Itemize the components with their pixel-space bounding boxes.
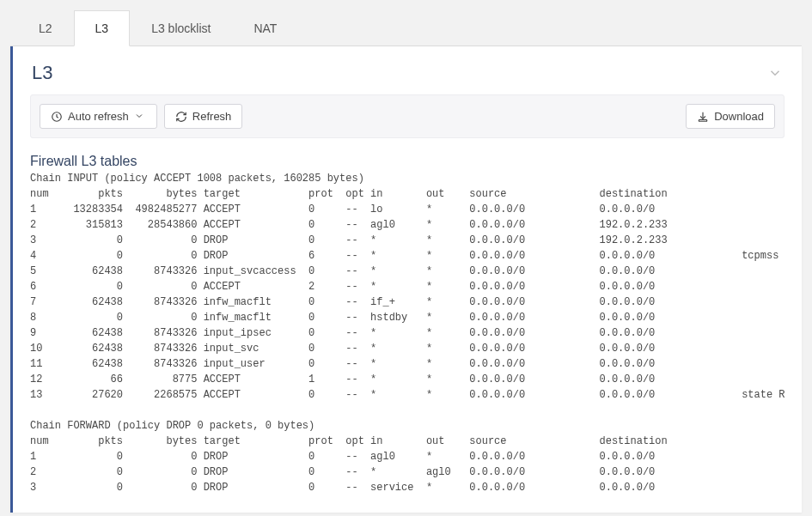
- toolbar: Auto refresh Refresh Download: [30, 94, 785, 138]
- tab-l2[interactable]: L2: [17, 10, 74, 46]
- panel-l3: L3 Auto refresh Refresh: [10, 46, 802, 513]
- auto-refresh-button[interactable]: Auto refresh: [40, 104, 157, 129]
- refresh-icon: [175, 111, 187, 123]
- tab-bar: L2 L3 L3 blocklist NAT: [10, 10, 802, 46]
- tab-l3[interactable]: L3: [74, 10, 131, 46]
- download-label: Download: [714, 110, 764, 123]
- tab-nat[interactable]: NAT: [232, 10, 298, 46]
- auto-refresh-label: Auto refresh: [68, 110, 129, 123]
- firewall-table-output: Chain INPUT (policy ACCEPT 1008 packets,…: [30, 171, 785, 495]
- tab-l3-blocklist[interactable]: L3 blocklist: [130, 10, 232, 46]
- chevron-down-icon: [134, 111, 146, 123]
- download-icon: [697, 111, 709, 123]
- refresh-button[interactable]: Refresh: [164, 104, 243, 129]
- refresh-label: Refresh: [192, 110, 232, 123]
- collapse-icon[interactable]: [767, 65, 783, 81]
- panel-title: L3: [32, 62, 52, 84]
- clock-icon: [51, 111, 63, 123]
- svg-rect-1: [699, 119, 707, 121]
- download-button[interactable]: Download: [686, 104, 775, 129]
- content-subtitle: Firewall L3 tables: [30, 154, 785, 169]
